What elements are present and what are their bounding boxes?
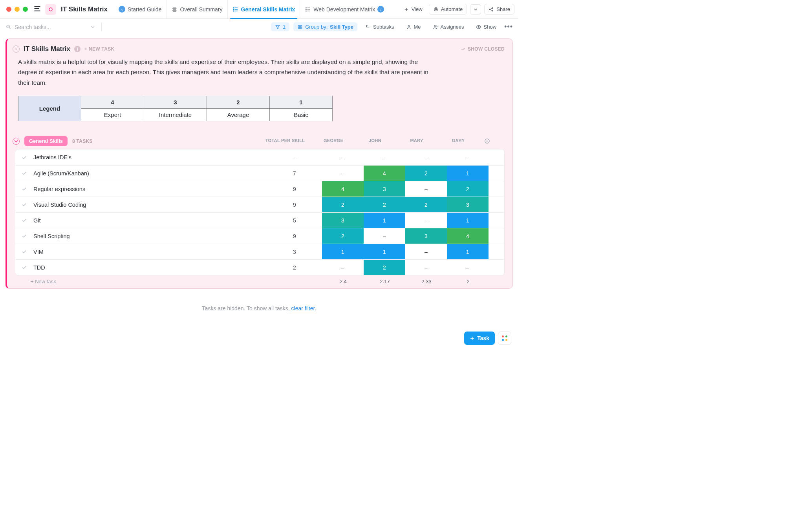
label: Show xyxy=(484,24,497,30)
group-chip[interactable]: General Skills xyxy=(24,136,68,146)
collapse-group-button[interactable] xyxy=(13,138,20,145)
score-cell[interactable]: – xyxy=(405,260,447,275)
more-menu-icon[interactable]: ••• xyxy=(504,23,513,31)
show-closed-button[interactable]: SHOW CLOSED xyxy=(461,46,505,52)
table-row[interactable]: Jetbrains IDE's – –––– xyxy=(15,149,504,165)
new-task-button[interactable]: + NEW TASK xyxy=(84,46,114,52)
col-person[interactable]: GEORGE xyxy=(313,136,354,148)
score-cell[interactable]: 4 xyxy=(364,166,405,181)
new-task-row[interactable]: + New task xyxy=(15,279,267,284)
menu-icon[interactable] xyxy=(33,5,41,14)
me-button[interactable]: Me xyxy=(402,22,425,31)
score-cell[interactable]: 1 xyxy=(364,213,405,228)
tab-web-development-matrix[interactable]: Web Development Matrix › xyxy=(300,0,389,19)
task-name[interactable]: Agile (Scrum/Kanban) xyxy=(33,166,267,181)
automate-dropdown[interactable] xyxy=(470,4,481,15)
table-row[interactable]: Agile (Scrum/Kanban) 7 –421 xyxy=(15,165,504,181)
tab-started-guide[interactable]: ‹ Started Guide xyxy=(114,0,166,19)
titlebar: IT Skills Matrix ‹ Started Guide Overall… xyxy=(0,0,518,19)
maximize-window-icon[interactable] xyxy=(23,7,28,12)
score-cell[interactable]: – xyxy=(405,149,447,165)
table-row[interactable]: Shell Scripting 9 2–34 xyxy=(15,228,504,244)
score-cell[interactable]: 2 xyxy=(322,228,364,244)
space-icon[interactable] xyxy=(45,4,56,15)
table-row[interactable]: Visual Studio Coding 9 2223 xyxy=(15,197,504,212)
task-name[interactable]: Shell Scripting xyxy=(33,228,267,244)
subtasks-button[interactable]: Subtasks xyxy=(361,22,398,31)
task-name[interactable]: VIM xyxy=(33,244,267,259)
svg-point-0 xyxy=(49,8,52,11)
score-cell[interactable]: 3 xyxy=(322,213,364,228)
task-name[interactable]: Jetbrains IDE's xyxy=(33,149,267,165)
info-icon[interactable]: i xyxy=(74,46,81,52)
score-cell[interactable]: 2 xyxy=(405,197,447,212)
status-check-icon[interactable] xyxy=(15,260,33,275)
status-check-icon[interactable] xyxy=(15,228,33,244)
score-cell[interactable]: 1 xyxy=(447,166,489,181)
tab-overall-summary[interactable]: Overall Summary xyxy=(166,0,227,19)
score-cell[interactable]: – xyxy=(405,213,447,228)
score-cell[interactable]: – xyxy=(447,149,489,165)
collapse-list-button[interactable] xyxy=(13,46,20,53)
new-task-fab[interactable]: Task xyxy=(464,332,495,345)
score-cell[interactable]: 2 xyxy=(364,197,405,212)
col-total[interactable]: TOTAL PER SKILL xyxy=(258,136,313,148)
add-column-button[interactable] xyxy=(479,136,495,148)
share-button[interactable]: Share xyxy=(484,4,514,15)
task-name[interactable]: Regular expressions xyxy=(33,181,267,197)
status-check-icon[interactable] xyxy=(15,166,33,181)
minimize-window-icon[interactable] xyxy=(15,7,20,12)
clear-filter-link[interactable]: clear filter xyxy=(291,305,315,312)
score-cell[interactable]: 2 xyxy=(405,166,447,181)
score-cell[interactable]: 2 xyxy=(322,197,364,212)
score-cell[interactable]: – xyxy=(364,228,405,244)
show-button[interactable]: Show xyxy=(472,22,501,31)
score-cell[interactable]: 3 xyxy=(364,181,405,197)
table-row[interactable]: VIM 3 11–1 xyxy=(15,244,504,259)
task-name[interactable]: TDD xyxy=(33,260,267,275)
svg-point-3 xyxy=(233,11,234,11)
score-cell[interactable]: – xyxy=(364,149,405,165)
score-cell[interactable]: 1 xyxy=(364,244,405,259)
score-cell[interactable]: – xyxy=(405,244,447,259)
score-cell[interactable]: 1 xyxy=(322,244,364,259)
close-window-icon[interactable] xyxy=(6,7,11,12)
score-cell[interactable]: – xyxy=(322,166,364,181)
score-cell[interactable]: 1 xyxy=(447,213,489,228)
score-cell[interactable]: 2 xyxy=(364,260,405,275)
score-cell[interactable]: 3 xyxy=(447,197,489,212)
col-person[interactable]: JOHN xyxy=(354,136,396,148)
score-cell[interactable]: 4 xyxy=(447,228,489,244)
col-person[interactable]: MARY xyxy=(396,136,437,148)
score-cell[interactable]: 2 xyxy=(447,181,489,197)
score-cell[interactable]: 3 xyxy=(405,228,447,244)
score-cell[interactable]: – xyxy=(447,260,489,275)
automate-button[interactable]: Automate xyxy=(429,4,467,15)
score-cell[interactable]: – xyxy=(322,149,364,165)
assignees-button[interactable]: Assignees xyxy=(429,22,468,31)
task-name[interactable]: Git xyxy=(33,213,267,228)
score-cell[interactable]: 4 xyxy=(322,181,364,197)
filter-button[interactable]: 1 xyxy=(271,22,289,31)
table-row[interactable]: TDD 2 –2–– xyxy=(15,259,504,275)
status-check-icon[interactable] xyxy=(15,244,33,259)
score-cell[interactable]: 1 xyxy=(447,244,489,259)
share-icon xyxy=(489,7,494,12)
status-check-icon[interactable] xyxy=(15,213,33,228)
table-row[interactable]: Git 5 31–1 xyxy=(15,212,504,228)
score-cell[interactable]: – xyxy=(405,181,447,197)
status-check-icon[interactable] xyxy=(15,149,33,165)
group-by-button[interactable]: Group by: Skill Type xyxy=(293,22,357,31)
svg-point-1 xyxy=(233,7,234,8)
task-name[interactable]: Visual Studio Coding xyxy=(33,197,267,212)
apps-button[interactable] xyxy=(498,332,511,345)
status-check-icon[interactable] xyxy=(15,181,33,197)
svg-point-12 xyxy=(492,10,493,11)
status-check-icon[interactable] xyxy=(15,197,33,212)
score-cell[interactable]: – xyxy=(322,260,364,275)
search-input[interactable]: Search tasks... xyxy=(5,24,96,30)
add-view-button[interactable]: View xyxy=(401,4,426,14)
col-person[interactable]: GARY xyxy=(437,136,479,148)
table-row[interactable]: Regular expressions 9 43–2 xyxy=(15,181,504,197)
tab-general-skills-matrix[interactable]: General Skills Matrix xyxy=(227,0,300,19)
